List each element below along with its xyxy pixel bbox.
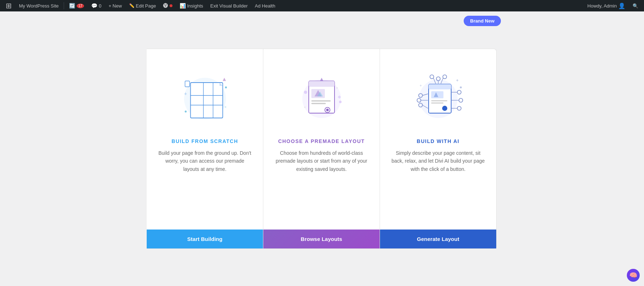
ai-brain-button[interactable]: 🧠 [627,269,640,282]
start-building-button[interactable]: Start Building [147,230,263,248]
build-scratch-svg: + × [173,63,237,128]
insights-label: Insights [187,3,203,9]
svg-point-36 [442,106,447,111]
card1-title: BUILD FROM SCRATCH [171,138,238,144]
user-greeting-item[interactable]: Howdy, Admin 👤 [585,3,628,9]
choose-layout-illustration: × × [263,56,380,135]
updates-item[interactable]: 🔄 17 [66,0,87,11]
svg-rect-31 [429,84,451,89]
exit-builder-item[interactable]: Exit Visual Builder [208,0,251,11]
card3-title: BUILD WITH AI [417,138,459,144]
svg-rect-34 [431,100,447,102]
svg-rect-15 [309,81,335,87]
svg-text:×: × [224,105,226,109]
admin-bar-right: Howdy, Admin 👤 🔍 [585,3,641,9]
svg-point-24 [339,100,341,103]
svg-text:×: × [304,105,306,109]
avatar-icon: 👤 [618,3,625,9]
svg-text:×: × [336,86,338,90]
svg-point-57 [460,87,462,88]
search-icon: 🔍 [633,3,638,9]
site-name-text: My WordPress Site [19,3,59,9]
build-from-scratch-illustration: + × [147,56,263,135]
build-from-scratch-card: + × BUILD FROM SCRATCH Build your page f… [147,49,263,249]
svg-point-45 [459,98,463,102]
updates-icon: 🔄 [69,3,75,9]
svg-point-22 [326,109,328,111]
svg-rect-35 [431,103,443,104]
svg-marker-25 [320,78,323,81]
card2-desc: Choose from hundreds of world-class prem… [263,144,380,230]
edit-page-item[interactable]: ✏️ Edit Page [126,0,159,11]
card2-title: CHOOSE A PREMADE LAYOUT [278,138,365,144]
insights-icon: 📊 [180,3,186,9]
main-content: Brand New [0,11,644,286]
card3-desc: Simply describe your page content, sit b… [380,144,496,230]
ai-brain-icon: 🧠 [629,271,637,279]
yoast-alert-dot [170,4,172,7]
ad-health-label: Ad Health [255,3,275,9]
search-item[interactable]: 🔍 [630,3,641,9]
updates-badge: 17 [77,4,84,8]
divider-1 [64,2,64,9]
exit-builder-label: Exit Visual Builder [210,3,248,9]
svg-point-23 [304,91,307,94]
build-with-ai-illustration: + + [380,56,496,135]
generate-layout-button[interactable]: Generate Layout [380,230,496,248]
cards-container: Brand New [147,49,497,249]
svg-point-8 [185,110,186,112]
comments-icon: 💬 [91,3,97,9]
svg-rect-20 [311,103,326,104]
choose-layout-card: × × CHOOSE A PREMADE LAYOUT Choose from … [263,49,380,249]
insights-item[interactable]: 📊 Insights [177,0,206,11]
yoast-item[interactable]: 🅨 [160,0,175,11]
brand-new-badge: Brand New [464,16,501,26]
ad-health-item[interactable]: Ad Health [252,0,278,11]
user-greeting-text: Howdy, Admin [587,3,617,9]
svg-point-43 [457,90,461,94]
new-label: + New [108,3,122,9]
svg-rect-19 [311,100,331,102]
svg-text:+: + [184,91,187,97]
svg-point-44 [457,107,461,110]
site-name-item[interactable]: My WordPress Site [16,0,62,11]
new-item[interactable]: + New [106,0,125,11]
admin-bar: ⊞ My WordPress Site 🔄 17 💬 0 + New ✏️ Ed… [0,0,644,11]
svg-text:+: + [419,83,421,88]
svg-point-7 [225,87,226,88]
build-ai-svg: + + [406,63,470,128]
build-with-ai-card: + + BUILD WITH AI Simply describe your p… [380,49,497,249]
svg-rect-32 [431,91,443,98]
edit-icon: ✏️ [129,3,135,8]
comments-count: 0 [99,3,101,9]
yoast-icon: 🅨 [163,3,168,9]
card1-desc: Build your page from the ground up. Don'… [147,144,263,230]
comments-item[interactable]: 💬 0 [88,0,104,11]
svg-point-50 [443,75,447,79]
svg-rect-1 [190,83,223,118]
choose-layout-svg: × × [289,63,354,128]
browse-layouts-button[interactable]: Browse Layouts [263,230,380,248]
wp-logo-icon: ⊞ [6,1,12,10]
svg-marker-9 [223,78,226,81]
wp-logo-item[interactable]: ⊞ [3,0,15,11]
svg-point-51 [430,75,434,79]
svg-text:+: + [456,78,458,83]
edit-page-label: Edit Page [136,3,156,9]
